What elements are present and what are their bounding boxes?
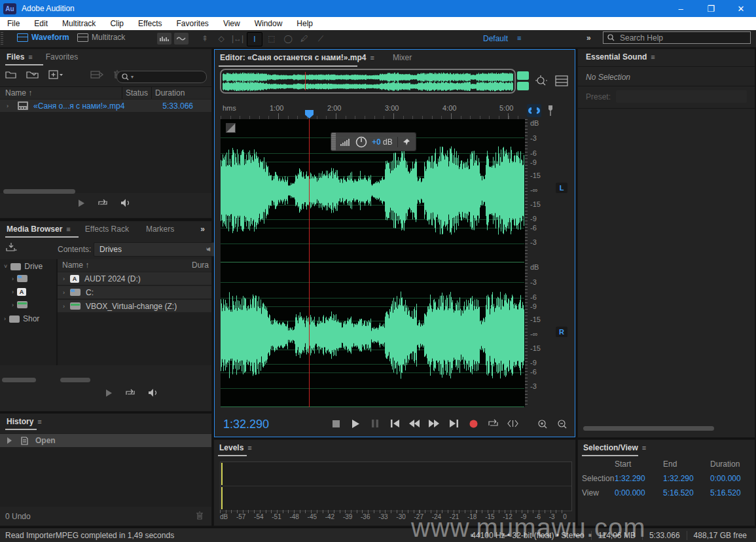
slip-tool[interactable]: |↔| [230,32,245,45]
tab-editor[interactable]: Editor: «Саня останется с нами!».mp4 [220,53,367,62]
session-list-icon[interactable] [555,75,568,86]
minimize-button[interactable]: – [666,0,696,17]
sv-duration[interactable]: 5:16.520 [710,488,756,497]
files-hscrollbar[interactable] [3,189,75,194]
menu-help[interactable]: Help [289,19,320,28]
rewind-button[interactable] [405,416,424,431]
search-help-input[interactable] [619,33,732,43]
selection-view-menu-icon[interactable]: ≡ [642,444,646,452]
menu-favorites[interactable]: Favorites [170,19,216,28]
tree-item-drives[interactable]: ˅ Drive [4,262,43,271]
hud-pin-icon[interactable] [403,138,410,146]
tab-selection-view[interactable]: Selection/View [583,443,638,452]
editor-menu-icon[interactable]: ≡ [370,54,374,62]
menu-file[interactable]: File [0,19,27,28]
pause-button[interactable] [365,416,385,431]
left-channel-badge[interactable]: L [556,183,567,193]
loop-playback-button[interactable] [483,416,503,431]
hud-gain-value[interactable]: +0 [372,137,381,147]
files-search-dropdown-icon[interactable]: ▾ [131,74,134,80]
media-col-name[interactable]: Name ↑ [62,261,89,270]
sv-duration[interactable]: 0:00.000 [710,474,756,483]
toolbar-grip[interactable] [1,32,3,45]
tree-item-drive-c[interactable]: › [12,275,27,282]
history-item-open[interactable]: Open [0,434,211,447]
paintbrush-tool[interactable]: 🖊 [297,32,312,45]
tree-item-shortcuts[interactable]: › Shor [4,314,39,323]
loop-preview-icon[interactable] [97,198,109,208]
menu-view[interactable]: View [216,19,247,28]
media-hscrollbar[interactable] [60,378,90,382]
play-button[interactable] [346,416,365,431]
workspace-menu-icon[interactable]: ≡ [517,35,521,42]
volume-hud[interactable]: +0 dB [331,133,416,151]
menu-multitrack[interactable]: Multitrack [55,19,103,28]
tab-files[interactable]: Files [7,52,24,62]
tab-history[interactable]: History [7,417,33,426]
tab-mixer[interactable]: Mixer [393,53,412,62]
media-speaker-icon[interactable] [148,388,160,397]
tab-favorites[interactable]: Favorites [46,52,78,62]
zoom-navigator-icon[interactable] [534,75,549,88]
files-search-input[interactable] [135,71,197,82]
new-content-icon[interactable] [48,70,63,79]
marquee-selection-tool[interactable]: ⬚ [264,32,279,45]
spot-healing-brush-tool[interactable]: ⟋ [314,32,328,45]
time-selection-tool[interactable]: I [247,32,262,46]
spectral-view-button[interactable] [174,33,189,45]
media-col-duration[interactable]: Dura [192,261,209,270]
stop-button[interactable] [326,416,346,431]
waveform-view-button[interactable] [157,33,171,45]
media-row[interactable]: ›AAUDT 2024 (D:) [58,272,211,285]
tab-essential-sound[interactable]: Essential Sound [586,52,647,62]
overview-view-bracket[interactable] [220,69,516,94]
essential-sound-menu-icon[interactable]: ≡ [651,54,655,61]
media-import-icon[interactable] [5,242,17,252]
current-time-display[interactable]: 1:32.290 [223,418,269,431]
menu-effects[interactable]: Effects [131,19,169,28]
autoplay-speaker-icon[interactable] [120,198,132,208]
toolbar-overflow-button[interactable]: » [586,33,591,43]
preview-play-icon[interactable] [77,199,85,208]
files-col-duration[interactable]: Duration [155,88,185,98]
multitrack-mode-button[interactable]: Multitrack [77,33,125,42]
levels-menu-icon[interactable]: ≡ [247,444,251,452]
tree-item-drive-z[interactable]: › [12,301,27,308]
waveform-mode-button[interactable]: Waveform [17,33,69,42]
tab-markers[interactable]: Markers [146,225,174,234]
marker-pin-icon[interactable] [546,104,555,117]
move-tool[interactable]: ⇞ [198,32,212,45]
snap-magnet-icon[interactable] [527,104,541,117]
insert-into-multitrack-icon[interactable] [90,70,103,79]
record-button[interactable] [463,416,483,431]
lasso-selection-tool[interactable]: ◯ [281,32,295,45]
channel-corner-toggle-icon[interactable] [226,123,236,134]
right-channel-badge[interactable]: R [556,327,567,337]
import-file-icon[interactable] [26,70,39,79]
gain-knob-icon[interactable] [355,136,367,148]
contents-dropdown[interactable]: Drives ˅ [94,242,215,257]
tree-item-drive-d[interactable]: ›A [12,288,26,296]
sv-start[interactable]: 0:00.000 [615,488,663,497]
media-row[interactable]: ›VBOX_Virtual-change (Z:) [58,300,211,312]
history-menu-icon[interactable]: ≡ [37,418,41,425]
media-row[interactable]: ›C: [58,286,211,298]
files-col-status[interactable]: Status [126,88,148,98]
open-file-icon[interactable] [5,70,17,79]
hud-grip[interactable] [331,133,336,151]
tab-levels[interactable]: Levels [219,443,243,452]
fast-forward-button[interactable] [424,416,444,431]
media-tabs-overflow[interactable]: » [200,225,205,234]
zoom-out-button[interactable] [552,416,572,431]
media-loop-icon[interactable] [124,388,136,397]
workspace-selector[interactable]: Default [483,34,508,43]
timeline-ruler[interactable]: hms 1:00 2:00 3:00 4:00 5:00 [221,103,524,120]
panel-collapse-arrow-icon[interactable]: ◀ [206,246,210,252]
history-trash-icon[interactable] [195,511,204,520]
menu-window[interactable]: Window [247,19,290,28]
menu-clip[interactable]: Clip [103,19,131,28]
go-to-end-button[interactable] [444,416,463,431]
files-col-name[interactable]: Name ↑ [5,88,32,98]
zoom-in-button[interactable] [533,416,552,431]
restore-button[interactable]: ❐ [696,0,726,17]
